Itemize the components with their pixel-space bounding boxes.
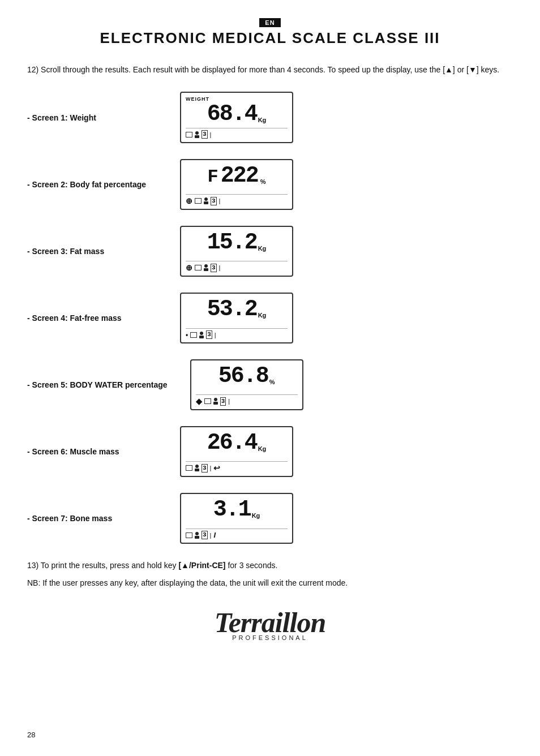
page-title: ELECTRONIC MEDICAL SCALE CLASSE III (27, 29, 513, 47)
divider-3: | (219, 264, 221, 271)
screen-2-display: F 222 % ⊕ 3 | (180, 159, 293, 210)
person-icon-6 (195, 465, 199, 471)
screen-3-unit: Kg (258, 245, 267, 252)
screen-4-label: - Screen 4: Fat-free mass (27, 313, 157, 323)
screen-6-main: 26.4 Kg (207, 432, 267, 454)
screen-5-main: 56.8 % (218, 365, 275, 388)
memory-icon-3 (195, 265, 202, 270)
screen-7-bottom: 3 | I (186, 529, 288, 539)
screen-4-main: 53.2 Kg (207, 298, 267, 321)
screen-2-bottom: ⊕ 3 | (186, 194, 288, 205)
screen-6-label: - Screen 6: Muscle mass (27, 447, 157, 456)
screen-row-5: - Screen 5: BODY WATER percentage 56.8 %… (27, 359, 513, 410)
screen-5-unit: % (269, 379, 275, 385)
screen-row-1: - Screen 1: Weight WEIGHT 68.4 Kg 3 | (27, 92, 513, 143)
screen-3-main: 15.2 Kg (207, 231, 267, 254)
screen-2-label: - Screen 2: Body fat percentage (27, 180, 157, 189)
screen-3-label: - Screen 3: Fat mass (27, 247, 157, 256)
segment-num-6: 3 (202, 464, 208, 472)
brand-subtitle: PROFESSIONAL (27, 634, 513, 641)
intro-text: 12) Scroll through the results. Each res… (27, 64, 513, 76)
screen-6-display: 26.4 Kg 3 | ↩ (180, 426, 293, 477)
screen-4-display: 53.2 Kg • 3 | (180, 293, 293, 343)
screen-2-main: F 222 % (208, 165, 266, 187)
screen-1-label: - Screen 1: Weight (27, 113, 157, 122)
page-number: 28 (27, 731, 35, 739)
divider-7: | (210, 532, 212, 539)
person-icon-7 (195, 532, 199, 539)
screen-1-display: WEIGHT 68.4 Kg 3 | (180, 92, 293, 143)
screen-4-digits: 53.2 (207, 298, 257, 321)
screen-5-bottom: ◆ 3 | (196, 394, 298, 406)
divider-2: | (219, 197, 221, 204)
screen-5-label: - Screen 5: BODY WATER percentage (27, 380, 168, 389)
segment-num-5: 3 (220, 397, 226, 406)
drop-icon: ◆ (196, 397, 202, 406)
screen-5-digits: 56.8 (218, 365, 268, 388)
screen-row-7: - Screen 7: Bone mass 3.1 Kg 3 | I (27, 493, 513, 544)
screen-row-2: - Screen 2: Body fat percentage F 222 % … (27, 159, 513, 210)
language-badge: EN (259, 18, 280, 27)
memory-icon-4 (190, 332, 197, 338)
divider-6: | (210, 465, 212, 471)
page-header: EN ELECTRONIC MEDICAL SCALE CLASSE III (27, 17, 513, 47)
person-icon-5 (213, 398, 218, 405)
segment-num-7: 3 (202, 531, 208, 539)
screen-4-unit: Kg (258, 312, 267, 319)
screen-1-unit: Kg (258, 117, 267, 123)
screen-row-3: - Screen 3: Fat mass 15.2 Kg ⊕ 3 | (27, 226, 513, 277)
screen-6-bottom: 3 | ↩ (186, 461, 288, 472)
dot-icon-3: ⊕ (186, 263, 192, 272)
screen-6-digits: 26.4 (207, 432, 257, 454)
dot-icon: ⊕ (186, 196, 192, 205)
arrow-return-icon: ↩ (213, 463, 220, 472)
segment-num-4: 3 (206, 330, 212, 339)
screen-1-digits: 68.4 (207, 103, 257, 126)
screen-3-digits: 15.2 (207, 231, 257, 254)
screen-7-unit: Kg (252, 512, 260, 519)
screen-1-main: 68.4 Kg (207, 103, 267, 126)
footer-note-2: NB: If the user presses any key, after d… (27, 577, 513, 589)
person-icon-3 (204, 264, 208, 271)
divider-4: | (215, 332, 216, 338)
screen-5-display: 56.8 % ◆ 3 | (190, 359, 303, 410)
screen-7-display: 3.1 Kg 3 | I (180, 493, 293, 544)
screen-4-bottom: • 3 | (186, 328, 288, 339)
segment-num-3: 3 (211, 264, 217, 272)
person-icon (195, 131, 199, 138)
logo-section: Terraillon PROFESSIONAL (27, 606, 513, 641)
screen-1-bottom: 3 | (186, 128, 288, 139)
screen-7-main: 3.1 Kg (213, 499, 260, 521)
divider-5: | (228, 398, 230, 405)
footer-note-1: 13) To print the results, press and hold… (27, 560, 513, 572)
screen-3-display: 15.2 Kg ⊕ 3 | (180, 226, 293, 277)
memory-icon-7 (186, 532, 192, 538)
memory-icon (186, 132, 192, 138)
dot-icon-4: • (186, 331, 188, 339)
segment-num-2: 3 (211, 197, 217, 205)
screen-7-digits: 3.1 (213, 499, 251, 521)
memory-icon-6 (186, 465, 192, 471)
screen-1-top-label: WEIGHT (186, 96, 209, 102)
screen-2-prefix: F (208, 166, 218, 187)
screen-row-6: - Screen 6: Muscle mass 26.4 Kg 3 | ↩ (27, 426, 513, 477)
screen-2-digits: 222 (221, 165, 258, 187)
screen-2-unit: % (260, 178, 266, 185)
memory-icon-5 (204, 398, 211, 404)
cursor-icon: I (213, 531, 216, 539)
screen-3-bottom: ⊕ 3 | (186, 261, 288, 272)
screen-6-unit: Kg (258, 445, 267, 452)
screen-row-4: - Screen 4: Fat-free mass 53.2 Kg • 3 | (27, 293, 513, 343)
segment-num: 3 (202, 130, 208, 139)
person-icon-4 (199, 332, 204, 338)
screen-7-label: - Screen 7: Bone mass (27, 514, 157, 523)
person-icon-2 (204, 197, 208, 204)
memory-icon-2 (195, 198, 202, 204)
divider: | (210, 131, 212, 138)
